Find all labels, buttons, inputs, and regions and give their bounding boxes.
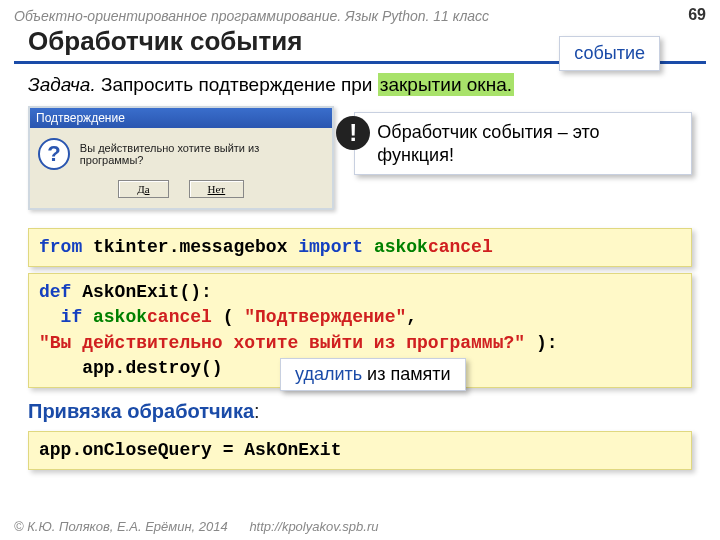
dialog-titlebar: Подтверждение	[30, 108, 332, 128]
task-highlight: закрытии окна.	[378, 73, 514, 96]
header-strip: Объектно-ориентированное программировани…	[0, 0, 720, 26]
dialog-body: ? Вы действительно хотите выйти из прогр…	[30, 128, 332, 174]
task-text: Задача. Запросить подтверждение при закр…	[0, 74, 720, 106]
note-box: ! Обработчик события – это функция!	[354, 112, 692, 175]
yes-button[interactable]: Да	[118, 180, 168, 198]
task-body: Запросить подтверждение при	[96, 74, 378, 95]
delete-callout: удалить из памяти	[280, 358, 466, 391]
task-prefix: Задача.	[28, 74, 96, 95]
no-button[interactable]: Нет	[189, 180, 245, 198]
question-icon: ?	[38, 138, 70, 170]
note-text: Обработчик события – это функция!	[354, 112, 692, 175]
page-number: 69	[688, 6, 706, 24]
bind-heading: Привязка обработчика:	[0, 394, 720, 425]
footer-link[interactable]: http://kpolyakov.spb.ru	[249, 519, 378, 534]
confirm-dialog: Подтверждение ? Вы действительно хотите …	[28, 106, 334, 210]
event-callout: событие	[559, 36, 660, 71]
dialog-buttons: Да Нет	[30, 174, 332, 208]
dialog-text: Вы действительно хотите выйти из програм…	[80, 138, 325, 166]
dialog-area: Подтверждение ? Вы действительно хотите …	[0, 106, 720, 222]
footer-copyright: © К.Ю. Поляков, Е.А. Ерёмин, 2014	[14, 519, 228, 534]
footer: © К.Ю. Поляков, Е.А. Ерёмин, 2014 http:/…	[14, 519, 378, 534]
code-bind: app.onCloseQuery = AskOnExit	[28, 431, 692, 470]
code-import: from tkinter.messagebox import askokcanc…	[28, 228, 692, 267]
